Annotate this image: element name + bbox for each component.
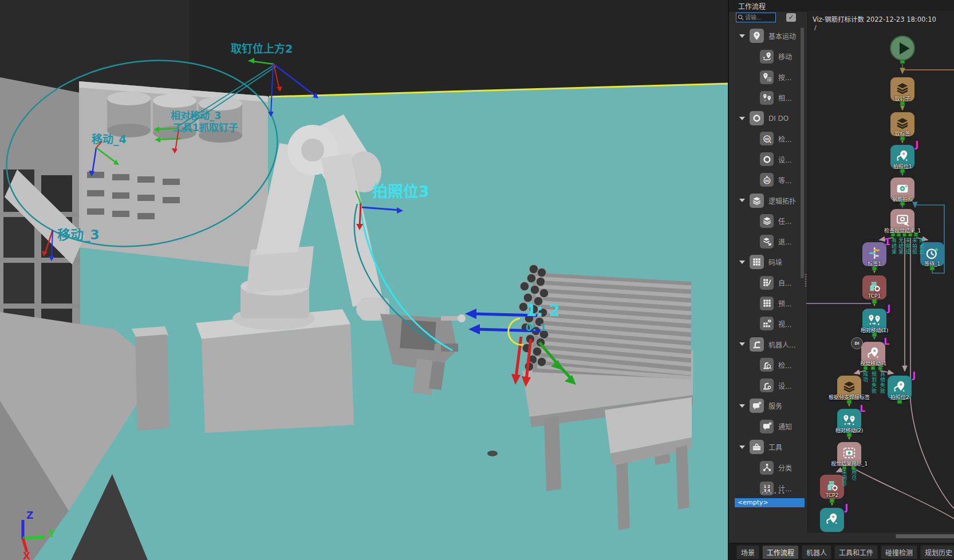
label-rel-move-3: 相对移动_3 xyxy=(171,110,221,121)
node-label: 取钉子 xyxy=(894,95,910,102)
node-label: TCP1 xyxy=(868,293,881,299)
workflow-node-vision-move-1[interactable]: L视觉移动_1 xyxy=(861,342,885,366)
node-badge: J xyxy=(845,503,848,513)
ring-icon xyxy=(760,152,774,166)
tree-scrollbar[interactable] xyxy=(801,27,804,278)
workflow-graph-pane[interactable]: Viz-钢筋打标计数 2022-12-23 18:00:10 / Zoom 58… xyxy=(807,11,954,533)
tree-section-5[interactable]: 1服务 xyxy=(735,396,800,416)
tree-section-3[interactable]: 码垛 xyxy=(735,252,800,273)
pin-path-icon xyxy=(760,50,774,64)
pallet-icon xyxy=(750,255,764,269)
di-timer-icon: DI xyxy=(760,173,774,187)
workflow-node-vision-exhausted[interactable]: 视觉结果用尽_1 xyxy=(837,442,861,466)
collapse-triangle-icon[interactable] xyxy=(739,445,745,449)
node-label: 视觉移动_1 xyxy=(860,360,886,367)
workflow-node-label-1[interactable]: 1标签1 xyxy=(862,242,886,266)
tree-section-1[interactable]: DI DO xyxy=(735,108,800,129)
workflow-node-tcp-1[interactable]: TCP1 xyxy=(862,275,886,299)
small-table xyxy=(605,397,692,530)
tree-item-label: 检... xyxy=(778,360,791,370)
workflow-node-rebar-photo[interactable]: 钢筋拍照 xyxy=(890,178,914,202)
layers-icon xyxy=(750,194,764,208)
workflow-node-photo-pos-2[interactable]: J拍照位2 xyxy=(888,376,912,400)
3d-viewport[interactable]: 取钉位上方2 相对移动_3 工具1抓取钉子 移动_4 移动_3 拍照位3 1: … xyxy=(0,0,728,560)
tree-item-0-0[interactable]: 移动 xyxy=(735,46,800,67)
collapse-triangle-icon[interactable] xyxy=(739,261,745,264)
tree-item-3-0[interactable]: 自... xyxy=(735,273,800,293)
tree-item-1-2[interactable]: DI等... xyxy=(735,169,800,190)
start-node[interactable] xyxy=(890,36,915,61)
graph-horizontal-scrollbar[interactable] xyxy=(896,534,954,538)
notify-icon: 1 xyxy=(750,399,764,413)
tab-5[interactable]: 规划历史 xyxy=(920,545,954,559)
svg-text:DI: DI xyxy=(764,179,768,183)
tree-section-0[interactable]: 基本运动 xyxy=(735,26,800,46)
tab-0[interactable]: 场景 xyxy=(736,545,759,559)
tree-item-label: 设... xyxy=(778,155,791,164)
tree-section-6[interactable]: 工具 xyxy=(735,437,800,458)
collapse-triangle-icon[interactable] xyxy=(739,404,745,408)
tree-item-1-0[interactable]: DI检... xyxy=(735,128,800,149)
tree-item-label: 自... xyxy=(778,278,791,287)
di-helper-badge[interactable]: DI xyxy=(851,337,863,349)
ring-icon xyxy=(750,111,764,125)
tree-item-0-1[interactable]: 按... xyxy=(735,67,800,88)
collapse-triangle-icon[interactable] xyxy=(739,199,745,202)
node-badge: J xyxy=(912,370,916,381)
axis-x-label: X xyxy=(23,550,30,560)
node-badge: L xyxy=(884,337,889,347)
workflow-node-check-vision-result[interactable]: 检查视觉结果_1 xyxy=(890,209,914,233)
workflow-node-photo-pos-1[interactable]: J拍照位1 xyxy=(890,145,914,169)
tree-item-2-1[interactable]: 退... xyxy=(735,231,800,252)
tree-item-0-2[interactable]: 相... xyxy=(735,88,800,108)
tree-item-label: 任... xyxy=(778,216,791,226)
tree-item-3-1[interactable]: 预... xyxy=(735,293,800,314)
tree-section-label: 基本运动 xyxy=(768,31,796,41)
collapse-triangle-icon[interactable] xyxy=(739,342,745,346)
tree-item-label: 相... xyxy=(778,93,791,102)
robot-icon xyxy=(750,337,764,352)
empty-list-item[interactable]: <empty> xyxy=(735,498,805,507)
search-box[interactable] xyxy=(736,13,776,22)
tree-item-2-0[interactable]: 任... xyxy=(735,211,800,231)
search-input[interactable] xyxy=(744,14,771,21)
label-photo-pos-3: 拍照位3 xyxy=(372,183,429,200)
tab-1[interactable]: 工作流程 xyxy=(762,545,799,559)
tree-section-4[interactable]: 机器人... xyxy=(735,334,800,354)
panel-header: 工作流程 xyxy=(729,0,954,11)
workflow-node-move-end[interactable]: J xyxy=(820,508,844,532)
tree-item-6-0[interactable]: 分类 xyxy=(735,458,800,478)
tree-item-label: 通知 xyxy=(778,421,792,431)
tree-item-4-1[interactable]: 设... xyxy=(735,375,800,396)
tree-section-label: 机器人... xyxy=(768,340,795,349)
sky-left xyxy=(0,0,189,96)
tree-item-4-0[interactable]: 检... xyxy=(735,354,800,375)
tree-item-3-2[interactable]: 视... xyxy=(735,313,800,334)
workflow-node-pick-pin[interactable]: 取钉子 xyxy=(890,77,914,101)
workflow-node-rel-move-1[interactable]: J相对移动(1) xyxy=(862,309,886,333)
pallet-icon xyxy=(760,297,774,310)
workflow-node-wait-1[interactable]: 等待_1 xyxy=(920,242,944,266)
pallet-edit-icon xyxy=(760,276,774,290)
tab-4[interactable]: 碰撞检测 xyxy=(881,545,917,559)
tab-2[interactable]: 机器人 xyxy=(802,545,831,559)
tree-resize-handle[interactable]: •••••• xyxy=(761,490,784,496)
tree-item-1-1[interactable]: 设... xyxy=(735,149,800,169)
collapse-triangle-icon[interactable] xyxy=(739,117,745,120)
workflow-node-branch-weld-label[interactable]: 根据分支焊接标签 xyxy=(837,376,861,400)
workflow-node-rel-move-2[interactable]: L相对移动(2) xyxy=(837,409,861,433)
search-filter-checkbox[interactable]: ✓ xyxy=(786,13,796,22)
tree-section-2[interactable]: 逻辑拓扑 xyxy=(735,190,800,211)
tree-item-5-0[interactable]: 1通知 xyxy=(735,416,800,437)
tree-section-label: DI DO xyxy=(768,115,789,123)
node-label: 拍照位1 xyxy=(893,163,912,170)
node-label: 取标签 xyxy=(894,130,910,137)
workflow-node-pick-label[interactable]: 取标签 xyxy=(890,112,914,136)
workflow-node-tcp-2[interactable]: TCP2 xyxy=(820,475,844,499)
pallet-cam-icon xyxy=(760,317,774,330)
floor-hole xyxy=(487,451,498,456)
collapse-triangle-icon[interactable] xyxy=(739,34,745,38)
label-tool-grab: 工具1抓取钉子 xyxy=(173,122,238,133)
3d-scene: 取钉位上方2 相对移动_3 工具1抓取钉子 移动_4 移动_3 拍照位3 1: … xyxy=(0,0,728,560)
tab-3[interactable]: 工具和工件 xyxy=(834,545,878,559)
